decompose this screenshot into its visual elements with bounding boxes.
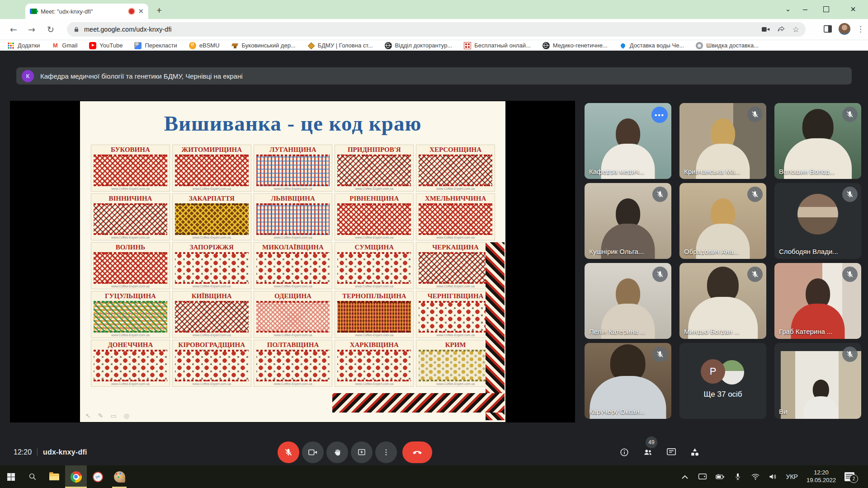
bookmark-item[interactable]: Швидка доставка... [696,42,759,49]
watermark-text: www.Coffee-Expert.com.ua [274,382,312,385]
share-icon[interactable] [777,26,785,33]
notification-center-button[interactable]: 2 [844,472,854,481]
file-explorer-button[interactable] [43,465,65,488]
language-indicator[interactable]: УКР [786,473,798,480]
region-tile: КИЇВЩИНА www.Coffee-Expert.com.ua [172,291,251,338]
watermark-text: www.Coffee-Expert.com.ua [193,285,231,288]
bookmark-item[interactable]: eBSMU [189,42,220,49]
bookmark-label: Відділ докторантур... [395,42,453,49]
watermark-text: www.Coffee-Expert.com.ua [436,333,475,337]
camera-in-use-icon[interactable] [762,26,770,33]
start-button[interactable] [0,465,22,488]
raise-hand-button[interactable] [326,441,348,463]
participants-panel-icon[interactable]: 49 [642,446,654,458]
region-name: ВІННИЧИНА [108,195,152,202]
region-name: ПРИДНІПРОВ'Я [348,146,401,154]
region-name: ГУЦУЛЬЩИНА [105,292,156,300]
bookmark-label: Швидка доставка... [706,42,759,49]
tab-close-icon[interactable]: ✕ [138,7,144,15]
browser-titlebar: Meet: "udx-knxy-dfi" ✕ + ⌄ – × [0,0,868,19]
browser-tab[interactable]: Meet: "udx-knxy-dfi" ✕ [25,4,148,19]
bookmark-item[interactable]: Медико-генетичне... [542,42,608,49]
tray-expand-icon[interactable] [680,472,689,481]
meeting-details-icon[interactable] [618,446,630,458]
window-close-button[interactable]: × [843,0,863,18]
address-bar[interactable]: meet.google.com/udx-knxy-dfi ☆ [67,22,806,37]
back-button[interactable]: ← [7,23,20,36]
bookmark-item[interactable]: Бесплатный онлай... [464,42,531,49]
embroidery-pattern [94,252,167,284]
participant-tile[interactable]: Обрадович Ана... [679,183,766,259]
present-screen-button[interactable] [351,441,373,463]
reload-button[interactable]: ↻ [44,23,57,36]
bookmark-label: Медико-генетичне... [553,42,608,49]
window-maximize-button[interactable] [816,0,836,18]
bookmark-item[interactable]: БДМУ | Головна ст... [307,42,373,49]
bookmark-favicon [307,42,315,49]
participant-name: Кушнірик Ольга... [589,248,644,255]
participant-tile[interactable]: Ви [774,343,861,419]
participant-tile[interactable]: Кушнірик Ольга... [585,183,671,259]
participant-tile[interactable]: Кривчанська Ма... [679,103,766,179]
screen-cast-icon[interactable] [698,472,707,481]
bookmark-item[interactable]: Доставка воды Че... [619,42,684,49]
bookmark-item[interactable]: Буковинський дер... [231,42,296,49]
window-minimize-button[interactable]: – [795,0,816,18]
region-tile: КРИМ www.Coffee-Expert.com.ua [416,340,495,387]
tray-mic-icon[interactable] [733,472,742,481]
bookmark-label: Бесплатный онлай... [474,42,531,49]
bookmark-item[interactable]: YouTube [89,42,123,49]
more-options-button[interactable] [375,441,397,463]
participant-tile[interactable]: Слободян Влади... [774,183,861,259]
embroidery-pattern [94,203,167,235]
taskbar-clock[interactable]: 12:20 19.05.2022 [807,469,836,484]
bookmark-star-icon[interactable]: ☆ [793,25,799,34]
region-tile: ВОЛИНЬ www.Coffee-Expert.com.ua [91,242,170,289]
windows-logo-icon [7,473,15,481]
embroidery-pattern [419,350,492,381]
profile-avatar[interactable] [839,23,850,35]
participant-tile[interactable]: P Ще 37 осіб [679,343,766,419]
battery-icon[interactable] [716,472,725,481]
wifi-icon[interactable] [751,472,760,481]
chat-icon[interactable] [665,446,677,458]
region-name: ЛУГАНЩИНА [269,146,316,154]
forward-button[interactable]: → [25,23,38,36]
snipping-tool-button[interactable]: ✂ [87,465,108,488]
embroidery-border-horizontal [332,393,505,413]
taskbar-search-button[interactable] [22,465,43,488]
bookmark-item[interactable]: Gmail [52,42,77,49]
bookmark-item[interactable]: Відділ докторантур... [385,42,453,49]
end-call-button[interactable] [402,441,432,463]
tile-options-button[interactable]: ••• [651,107,668,123]
volume-icon[interactable] [769,472,778,481]
region-name: ЛЬВІВЩИНА [271,195,315,202]
tab-search-chevron-icon[interactable]: ⌄ [781,0,795,18]
pointer-icon: ↖ [85,412,91,419]
bookmark-item[interactable]: Перекласти [134,42,177,49]
mic-toggle-button[interactable] [278,441,299,463]
mic-muted-icon [842,107,858,122]
participant-tile[interactable]: Граб Катерина ... [774,263,861,339]
region-name: БУКОВИНА [111,146,150,154]
participant-tile[interactable]: Волошин Волод... [774,103,861,179]
browser-menu-icon[interactable]: ⋮ [857,24,864,33]
bookmark-item[interactable]: Додатки [7,42,40,49]
side-panel-icon[interactable] [823,25,832,33]
participant-tile[interactable]: Кафедра медич... ••• [585,103,671,179]
chrome-taskbar-button[interactable] [65,465,87,488]
paint-taskbar-button[interactable] [108,465,130,488]
participant-tile[interactable]: Пелін Катерина ... [585,263,671,339]
region-name: ЧЕРНІГІВЩИНА [428,292,484,300]
new-tab-button[interactable]: + [156,4,162,17]
participant-tile[interactable]: Каручеру Оксан... [585,343,671,419]
watermark-text: www.Coffee-Expert.com.ua [436,382,475,385]
camera-toggle-button[interactable] [302,441,324,463]
participant-name: Обрадович Ана... [684,248,739,255]
activities-icon[interactable] [689,446,701,458]
bookmark-label: eBSMU [199,42,220,49]
embroidery-pattern [256,252,330,284]
region-name: МИКОЛАЇВЩИНА [262,244,324,251]
participant-name: Пелін Катерина ... [589,328,646,335]
participant-tile[interactable]: Миндьо Богдан ... [679,263,766,339]
